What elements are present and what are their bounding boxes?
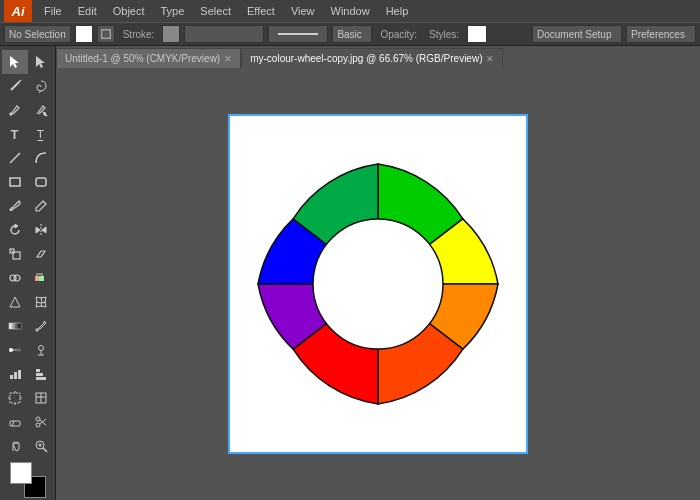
pen-tool[interactable] xyxy=(2,98,28,122)
tab-untitled-label: Untitled-1 @ 50% (CMYK/Preview) xyxy=(65,53,220,64)
tab-untitled[interactable]: Untitled-1 @ 50% (CMYK/Preview) ✕ xyxy=(56,48,241,68)
styles-label: Styles: xyxy=(425,29,463,40)
selection-tool[interactable] xyxy=(2,50,28,74)
svg-marker-13 xyxy=(15,224,18,228)
svg-line-56 xyxy=(43,448,47,452)
svg-line-53 xyxy=(40,419,46,424)
tab-color-wheel-label: my-colour-wheel-copy.jpg @ 66.67% (RGB/P… xyxy=(250,53,482,64)
live-paint-tool[interactable] xyxy=(28,266,54,290)
gradient-tool[interactable] xyxy=(2,314,28,338)
shape-builder-tool[interactable] xyxy=(2,266,28,290)
eraser-tool[interactable] xyxy=(2,410,28,434)
content-area: Untitled-1 @ 50% (CMYK/Preview) ✕ my-col… xyxy=(56,46,700,500)
svg-point-32 xyxy=(38,346,43,351)
color-wheel-container xyxy=(238,129,518,439)
svg-line-26 xyxy=(15,297,20,307)
menu-help[interactable]: Help xyxy=(378,0,417,22)
svg-marker-15 xyxy=(36,227,40,233)
svg-line-10 xyxy=(10,153,20,163)
selection-indicator: No Selection xyxy=(4,25,71,43)
menu-type[interactable]: Type xyxy=(153,0,193,22)
lasso-tool[interactable] xyxy=(28,74,54,98)
svg-point-30 xyxy=(17,348,21,352)
bar-graph-tool[interactable] xyxy=(28,362,54,386)
svg-marker-2 xyxy=(36,56,45,68)
opacity-label: Opacity: xyxy=(376,29,421,40)
document-setup-button[interactable]: Document Setup xyxy=(532,25,622,43)
svg-point-6 xyxy=(9,113,11,115)
color-wheel-svg xyxy=(248,139,508,429)
svg-rect-12 xyxy=(36,178,46,186)
menu-object[interactable]: Object xyxy=(105,0,153,22)
arc-tool[interactable] xyxy=(28,146,54,170)
direct-selection-tool[interactable] xyxy=(28,50,54,74)
fill-stroke-swatches[interactable] xyxy=(10,462,46,498)
reflect-tool[interactable] xyxy=(28,218,54,242)
rectangle-tool[interactable] xyxy=(2,170,28,194)
left-toolbar: T T̲ xyxy=(0,46,56,500)
canvas-area xyxy=(56,68,700,500)
paintbrush-tool[interactable] xyxy=(2,194,28,218)
scale-tool[interactable] xyxy=(2,242,28,266)
stroke-icon[interactable] xyxy=(97,25,115,43)
menu-edit[interactable]: Edit xyxy=(70,0,105,22)
svg-line-3 xyxy=(11,82,19,90)
eyedropper-tool[interactable] xyxy=(28,314,54,338)
svg-point-29 xyxy=(9,348,13,352)
svg-rect-40 xyxy=(36,377,46,380)
scissors-tool[interactable] xyxy=(28,410,54,434)
svg-rect-37 xyxy=(18,370,21,379)
zoom-tool[interactable] xyxy=(28,434,54,458)
fill-swatch[interactable] xyxy=(10,462,32,484)
tab-bar: Untitled-1 @ 50% (CMYK/Preview) ✕ my-col… xyxy=(56,46,700,68)
svg-rect-35 xyxy=(10,375,13,379)
tab-untitled-close[interactable]: ✕ xyxy=(224,54,232,64)
fill-color-box[interactable] xyxy=(75,25,93,43)
slice-tool[interactable] xyxy=(28,386,54,410)
blend-tool[interactable] xyxy=(2,338,28,362)
menu-view[interactable]: View xyxy=(283,0,323,22)
stroke-line-selector[interactable] xyxy=(268,25,328,43)
svg-rect-49 xyxy=(10,421,20,426)
artboard xyxy=(228,114,528,454)
svg-line-4 xyxy=(19,80,21,82)
basic-style-box[interactable]: Basic xyxy=(332,25,372,43)
line-tool[interactable] xyxy=(2,146,28,170)
svg-marker-16 xyxy=(42,227,46,233)
shear-tool[interactable] xyxy=(28,242,54,266)
type-tool[interactable]: T xyxy=(2,122,28,146)
svg-point-52 xyxy=(36,417,40,421)
artboard-tool[interactable] xyxy=(2,386,28,410)
toolbar: No Selection Stroke: Basic Opacity: Styl… xyxy=(0,22,700,46)
magic-wand-tool[interactable] xyxy=(2,74,28,98)
menu-file[interactable]: File xyxy=(36,0,70,22)
main-area: T T̲ xyxy=(0,46,700,500)
preferences-button[interactable]: Preferences xyxy=(626,25,696,43)
pencil-tool[interactable] xyxy=(28,194,54,218)
add-anchor-tool[interactable] xyxy=(28,98,54,122)
perspective-grid-tool[interactable] xyxy=(2,290,28,314)
svg-line-54 xyxy=(40,420,46,425)
menu-bar: Ai File Edit Object Type Select Effect V… xyxy=(0,0,700,22)
stroke-line-preview xyxy=(278,33,318,35)
app-logo: Ai xyxy=(4,0,32,22)
mesh-tool[interactable] xyxy=(28,290,54,314)
touch-type-tool[interactable]: T̲ xyxy=(28,122,54,146)
rounded-rectangle-tool[interactable] xyxy=(28,170,54,194)
color-swatches xyxy=(6,458,50,500)
rotate-tool[interactable] xyxy=(2,218,28,242)
stroke-color-box[interactable] xyxy=(162,25,180,43)
menu-select[interactable]: Select xyxy=(192,0,239,22)
symbol-sprayer-tool[interactable] xyxy=(28,338,54,362)
stroke-value-box[interactable] xyxy=(184,25,264,43)
menu-window[interactable]: Window xyxy=(323,0,378,22)
style-preview-box[interactable] xyxy=(467,25,487,43)
svg-rect-38 xyxy=(36,369,40,372)
svg-rect-41 xyxy=(10,393,20,403)
tab-color-wheel[interactable]: my-colour-wheel-copy.jpg @ 66.67% (RGB/P… xyxy=(241,48,503,68)
svg-line-50 xyxy=(12,421,14,426)
menu-effect[interactable]: Effect xyxy=(239,0,283,22)
column-graph-tool[interactable] xyxy=(2,362,28,386)
tab-color-wheel-close[interactable]: ✕ xyxy=(486,54,494,64)
hand-tool[interactable] xyxy=(2,434,28,458)
